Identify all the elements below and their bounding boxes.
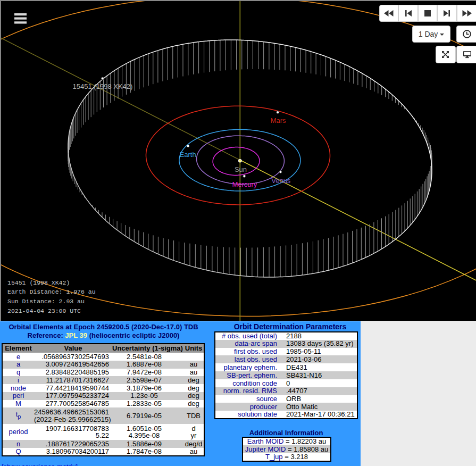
svg-text:Venus: Venus: [271, 177, 291, 185]
svg-text:Mars: Mars: [271, 117, 286, 124]
svg-text:Sun Distance: 2.93 au: Sun Distance: 2.93 au: [7, 298, 85, 305]
svg-text:15451 (1998 XK42): 15451 (1998 XK42): [73, 82, 133, 90]
svg-text:2021-04-04 23:00 UTC: 2021-04-04 23:00 UTC: [7, 307, 81, 314]
svg-text:Earth: Earth: [180, 151, 196, 159]
svg-text:Earth Distance: 1.976 au: Earth Distance: 1.976 au: [7, 288, 96, 295]
svg-text:15451 (1998 XK42): 15451 (1998 XK42): [7, 279, 70, 286]
svg-text:Mercury: Mercury: [232, 180, 257, 188]
svg-text:Sun: Sun: [235, 165, 247, 173]
